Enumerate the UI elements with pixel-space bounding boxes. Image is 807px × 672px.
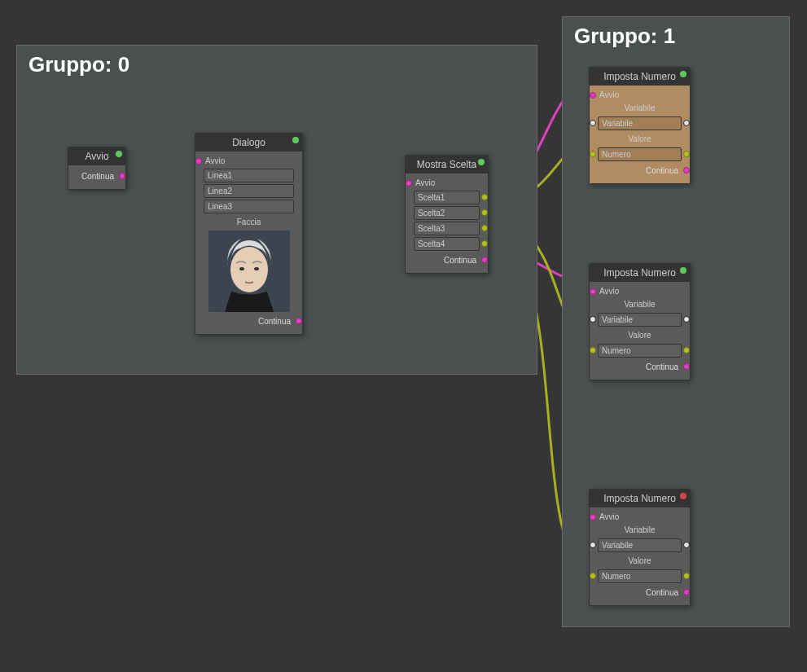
node-mostra-scelta[interactable]: Mostra Scelta Avvio Continua [405,155,489,274]
scelta1-port[interactable] [481,194,488,200]
dialogo-linea1-input[interactable] [204,169,294,182]
mostra-avvio-port[interactable] [406,180,412,187]
imposta3-num-port-l[interactable] [590,573,596,579]
imposta1-avvio-label: Avvio [599,90,619,99]
imposta3-out-port[interactable] [683,589,690,595]
status-dot-icon [292,137,299,143]
face-image[interactable] [208,231,290,312]
dialogo-title: Dialogo [232,137,265,148]
node-avvio[interactable]: Avvio Continua [68,147,126,190]
imposta1-variabile-label: Variabile [593,101,686,115]
imposta3-header[interactable]: Imposta Numero [590,490,690,507]
imposta2-avvio-port[interactable] [590,288,596,295]
imposta2-out-port[interactable] [683,363,690,370]
node-avvio-header[interactable]: Avvio [68,147,125,165]
dialogo-continua-label: Continua [258,317,291,326]
imposta2-num-port-l[interactable] [590,347,596,354]
node-dialogo-header[interactable]: Dialogo [195,134,302,152]
status-dot-icon [478,159,485,165]
svg-point-2 [239,267,244,270]
dialogo-faccia-label: Faccia [199,215,299,229]
dialogo-avvio-port[interactable] [195,158,202,165]
mostra-avvio-label: Avvio [415,178,435,187]
imposta1-continua-label: Continua [646,166,678,175]
mostra-scelta1-input[interactable] [414,191,480,204]
avvio-out-port[interactable] [119,173,125,179]
imposta1-num-port-l[interactable] [590,151,596,157]
status-dot-icon [680,267,686,274]
imposta3-avvio-label: Avvio [599,512,619,521]
node-dialogo[interactable]: Dialogo Avvio Faccia Continua [195,133,303,335]
node-imposta-3[interactable]: Imposta Numero Avvio Variabile Valore Co… [589,489,691,606]
imposta2-title: Imposta Numero [603,267,676,279]
imposta3-num-port-r[interactable] [683,573,690,579]
imposta2-valore-label: Valore [593,328,686,342]
imposta1-variabile-input[interactable] [598,116,682,130]
imposta3-valore-label: Valore [593,554,686,568]
imposta2-header[interactable]: Imposta Numero [590,264,690,282]
imposta2-variabile-label: Variabile [593,297,686,311]
imposta2-var-port-r[interactable] [683,316,690,323]
node-avvio-title: Avvio [85,151,108,162]
mostra-scelta4-input[interactable] [414,237,480,251]
imposta3-continua-label: Continua [646,588,678,597]
imposta3-title: Imposta Numero [603,493,676,504]
imposta2-num-port-r[interactable] [683,347,690,354]
status-dot-icon [116,151,122,157]
node-imposta-2[interactable]: Imposta Numero Avvio Variabile Valore Co… [589,263,691,380]
imposta1-num-port-r[interactable] [683,151,690,157]
dialogo-out-port[interactable] [296,318,302,324]
imposta3-avvio-port[interactable] [590,514,596,520]
dialogo-avvio-label: Avvio [205,156,225,165]
imposta3-var-port-l[interactable] [590,542,596,548]
imposta1-title: Imposta Numero [603,71,676,82]
imposta1-valore-label: Valore [593,132,686,146]
avvio-continua-label: Continua [81,172,114,181]
imposta1-var-port-r[interactable] [683,120,690,126]
status-dot-icon [680,493,686,499]
imposta3-numero-input[interactable] [598,569,682,583]
imposta2-variabile-input[interactable] [598,313,682,327]
dialogo-linea2-input[interactable] [204,184,294,198]
imposta2-numero-input[interactable] [598,344,682,358]
imposta2-var-port-l[interactable] [590,316,596,323]
scelta2-port[interactable] [481,209,488,216]
imposta3-variabile-input[interactable] [598,538,682,552]
mostra-out-port[interactable] [481,257,488,263]
mostra-continua-label: Continua [444,256,476,265]
mostra-scelta2-input[interactable] [414,206,480,220]
mostra-scelta3-input[interactable] [414,222,480,235]
imposta1-avvio-port[interactable] [590,92,596,99]
node-imposta-1[interactable]: Imposta Numero Avvio Variabile Valore Co… [589,67,691,184]
imposta1-header[interactable]: Imposta Numero [590,68,690,86]
scelta3-port[interactable] [481,225,488,231]
mostra-header[interactable]: Mostra Scelta [406,156,488,173]
svg-point-3 [254,267,259,270]
imposta2-continua-label: Continua [646,362,678,371]
group-1-label: Gruppo: 1 [563,17,789,55]
status-dot-icon [680,71,686,77]
imposta1-var-port-l[interactable] [590,120,596,126]
mostra-title: Mostra Scelta [417,159,476,170]
scelta4-port[interactable] [481,240,488,247]
imposta3-var-port-r[interactable] [683,542,690,548]
svg-point-1 [230,247,268,292]
imposta1-out-port[interactable] [683,167,690,173]
imposta2-avvio-label: Avvio [599,287,619,296]
imposta1-numero-input[interactable] [598,147,682,161]
dialogo-linea3-input[interactable] [204,200,294,213]
imposta3-variabile-label: Variabile [593,523,686,537]
group-0-label: Gruppo: 0 [17,46,537,84]
